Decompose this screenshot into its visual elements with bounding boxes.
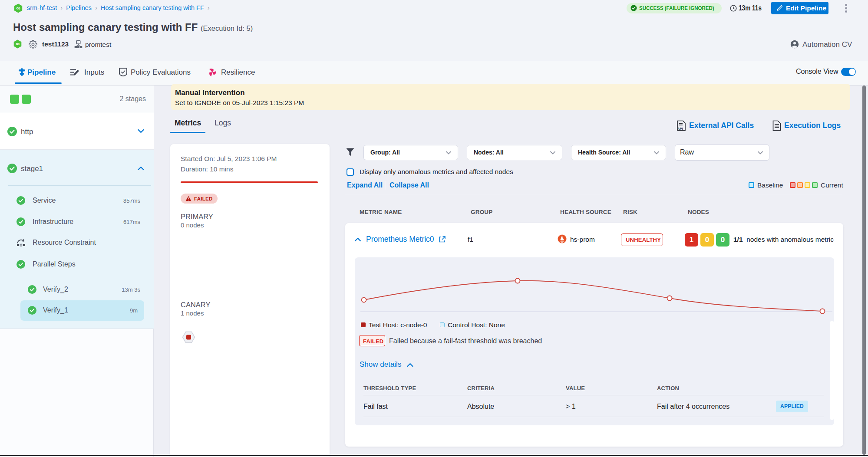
svg-text:∞: ∞	[16, 41, 20, 47]
svg-text:API: API	[677, 127, 683, 131]
svg-text:∞: ∞	[16, 5, 20, 11]
